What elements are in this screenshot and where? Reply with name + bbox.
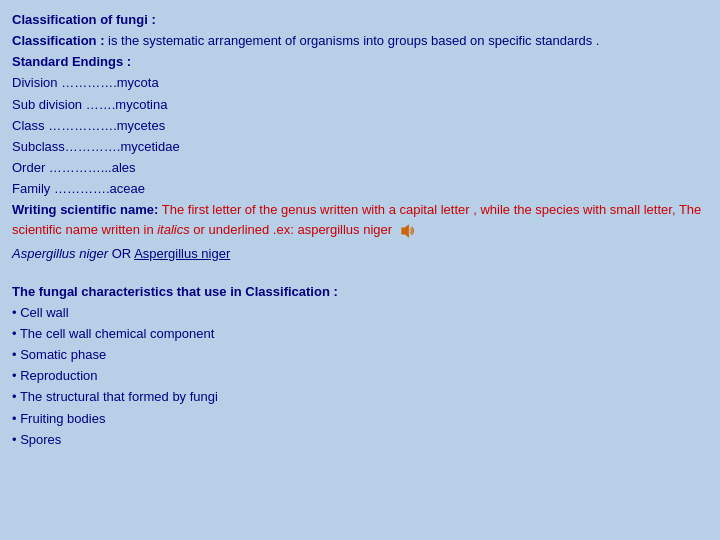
division-suffix: mycota [117,75,159,90]
bullet-somatic-phase: • Somatic phase [12,345,708,365]
order-label: Order …………... [12,160,112,175]
speaker-icon[interactable] [399,223,417,239]
bullet7-text: • Spores [12,432,61,447]
subclass-label: Subclass…………. [12,139,120,154]
bullet1-text: • Cell wall [12,305,69,320]
class-dots: ……………. [48,118,117,133]
bullet3-text: • Somatic phase [12,347,106,362]
svg-marker-0 [401,225,408,238]
subdivision-line: Sub division …….mycotina [12,95,708,115]
order-line: Order …………...ales [12,158,708,178]
subdivision-label: Sub division [12,97,86,112]
bullet-cell-wall-chemical: • The cell wall chemical component [12,324,708,344]
example-italic: Aspergillus niger [12,246,108,261]
classification-definition: Classification : is the systematic arran… [12,31,708,51]
class-suffix: mycetes [117,118,165,133]
bullet5-text: • The structural that formed by fungi [12,389,218,404]
example-line: Aspergillus niger OR Aspergillus niger [12,244,708,264]
writing-scientific-name: Writing scientific name: The first lette… [12,200,708,240]
family-line: Family ………….aceae [12,179,708,199]
division-label: Division [12,75,61,90]
bullet-spores: • Spores [12,430,708,450]
bullet-structural: • The structural that formed by fungi [12,387,708,407]
header-classification: Classification of fungi : [12,10,708,30]
standard-endings-label: Standard Endings : [12,54,131,69]
writing-label: Writing scientific name: [12,202,158,217]
classification-text: is the systematic arrangement of organis… [104,33,599,48]
bullet2-text: • The cell wall chemical component [12,326,214,341]
header-text: Classification of fungi : [12,12,156,27]
division-dots: …………. [61,75,117,90]
characteristics-section: The fungal characteristics that use in C… [12,282,708,450]
subdivision-suffix: mycotina [115,97,167,112]
bullet-cell-wall: • Cell wall [12,303,708,323]
main-container: Classification of fungi : Classification… [0,0,720,540]
bullet6-text: • Fruiting bodies [12,411,105,426]
standard-endings-header: Standard Endings : [12,52,708,72]
subdivision-dots: ……. [86,97,116,112]
example-underline: Aspergillus niger [134,246,230,261]
subclass-line: Subclass………….mycetidae [12,137,708,157]
class-line: Class …………….mycetes [12,116,708,136]
characteristics-header-text: The fungal characteristics that use in C… [12,284,338,299]
subclass-suffix: mycetidae [120,139,179,154]
bullet4-text: • Reproduction [12,368,98,383]
class-label: Class [12,118,48,133]
order-suffix: ales [112,160,136,175]
classification-label: Classification : [12,33,104,48]
family-label: Family …………. [12,181,110,196]
division-line: Division ………….mycota [12,73,708,93]
family-suffix: aceae [110,181,145,196]
bullet-fruiting-bodies: • Fruiting bodies [12,409,708,429]
bullet-reproduction: • Reproduction [12,366,708,386]
example-or: OR [108,246,134,261]
characteristics-header: The fungal characteristics that use in C… [12,282,708,302]
writing-italics: italics [157,222,190,237]
